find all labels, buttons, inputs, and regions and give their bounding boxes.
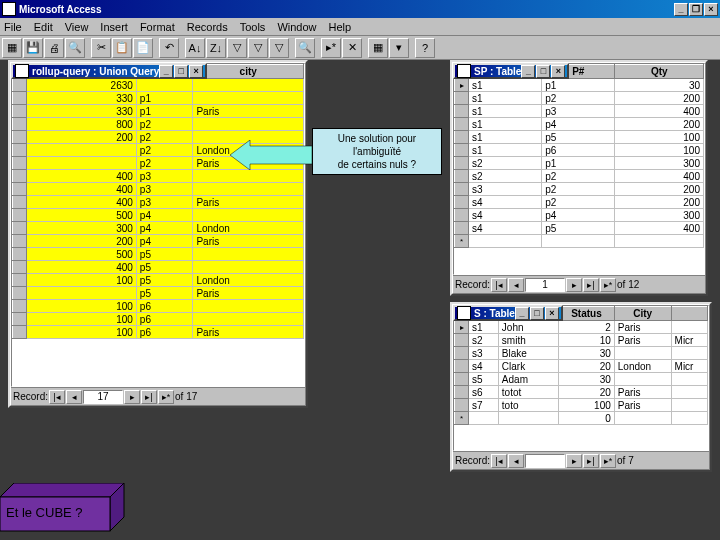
row-selector[interactable] (455, 183, 469, 196)
cell[interactable]: 100 (559, 399, 615, 412)
nav-position[interactable]: 17 (83, 390, 123, 404)
row-selector[interactable] (13, 248, 27, 261)
cell[interactable]: 2 (559, 321, 615, 334)
sp-window[interactable]: SP : Table _ □ × S#P#Qty▸s1p130s1p2200s1… (450, 60, 708, 296)
nav-next[interactable]: ▸ (124, 390, 140, 404)
restore-button[interactable]: ❐ (689, 3, 703, 16)
row-selector[interactable] (455, 196, 469, 209)
cell[interactable] (193, 261, 304, 274)
cell[interactable]: 330 (27, 92, 137, 105)
menu-edit[interactable]: Edit (34, 21, 53, 33)
cell[interactable] (469, 412, 499, 425)
row-selector[interactable] (13, 261, 27, 274)
cell[interactable]: 30 (559, 347, 615, 360)
menu-format[interactable]: Format (140, 21, 175, 33)
cell[interactable] (193, 313, 304, 326)
cell[interactable] (193, 248, 304, 261)
cell[interactable]: 200 (27, 235, 137, 248)
row-selector[interactable] (455, 386, 469, 399)
cell[interactable]: p3 (136, 196, 193, 209)
menu-records[interactable]: Records (187, 21, 228, 33)
new-object-button[interactable]: ▾ (389, 38, 409, 58)
cell[interactable] (671, 373, 707, 386)
maximize-button[interactable]: □ (530, 307, 544, 320)
cell[interactable]: p1 (542, 157, 615, 170)
cell[interactable]: p3 (542, 105, 615, 118)
database-window-button[interactable]: ▦ (368, 38, 388, 58)
minimize-button[interactable]: _ (674, 3, 688, 16)
cell[interactable]: Micr (671, 334, 707, 347)
row-selector[interactable] (13, 326, 27, 339)
cell[interactable]: 30 (559, 373, 615, 386)
s-grid[interactable]: S#SNameStatusCity▸s1John2Pariss2smith10P… (453, 305, 709, 451)
view-button[interactable]: ▦ (2, 38, 22, 58)
menu-view[interactable]: View (65, 21, 89, 33)
row-selector[interactable] (455, 399, 469, 412)
cell[interactable]: 100 (615, 144, 704, 157)
cell[interactable]: p2 (136, 157, 193, 170)
minimize-button[interactable]: _ (515, 307, 529, 320)
close-button[interactable]: × (189, 65, 203, 78)
cell[interactable]: Adam (498, 373, 558, 386)
cell[interactable]: 200 (615, 118, 704, 131)
cell[interactable]: p4 (136, 209, 193, 222)
cell[interactable]: s1 (469, 131, 542, 144)
close-button[interactable]: × (551, 65, 565, 78)
cell[interactable]: s4 (469, 360, 499, 373)
cell[interactable]: Paris (614, 399, 671, 412)
cell[interactable] (27, 144, 137, 157)
cell[interactable]: toto (498, 399, 558, 412)
row-selector[interactable] (455, 209, 469, 222)
cell[interactable]: 10 (559, 334, 615, 347)
sort-asc-button[interactable]: A↓ (185, 38, 205, 58)
cell[interactable]: 200 (27, 131, 137, 144)
row-selector[interactable]: * (455, 235, 469, 248)
cell[interactable]: 100 (27, 326, 137, 339)
cell[interactable] (469, 235, 542, 248)
remove-filter-button[interactable]: ▽ (269, 38, 289, 58)
row-selector[interactable] (455, 92, 469, 105)
cell[interactable]: p1 (136, 105, 193, 118)
cell[interactable]: 200 (615, 196, 704, 209)
nav-new[interactable]: ▸* (600, 278, 616, 292)
nav-first[interactable]: |◂ (491, 278, 507, 292)
cell[interactable] (136, 79, 193, 92)
maximize-button[interactable]: □ (174, 65, 188, 78)
row-selector[interactable] (455, 157, 469, 170)
nav-prev[interactable]: ◂ (66, 390, 82, 404)
cell[interactable]: p5 (542, 222, 615, 235)
row-selector[interactable] (13, 196, 27, 209)
cell[interactable]: p6 (136, 300, 193, 313)
row-selector[interactable] (455, 144, 469, 157)
nav-prev[interactable]: ◂ (508, 454, 524, 468)
cell[interactable]: p2 (542, 196, 615, 209)
row-selector[interactable]: ▸ (455, 79, 469, 92)
cell[interactable] (615, 235, 704, 248)
cell[interactable]: London (614, 360, 671, 373)
cell[interactable] (193, 170, 304, 183)
undo-button[interactable]: ↶ (159, 38, 179, 58)
row-selector[interactable]: ▸ (455, 321, 469, 334)
cell[interactable] (671, 386, 707, 399)
print-button[interactable]: 🖨 (44, 38, 64, 58)
row-selector[interactable] (13, 313, 27, 326)
cell[interactable]: p3 (136, 183, 193, 196)
menu-help[interactable]: Help (329, 21, 352, 33)
menu-file[interactable]: File (4, 21, 22, 33)
cell[interactable]: 300 (27, 222, 137, 235)
nav-next[interactable]: ▸ (566, 454, 582, 468)
cell[interactable]: s6 (469, 386, 499, 399)
delete-record-button[interactable]: ✕ (342, 38, 362, 58)
cell[interactable]: 500 (27, 209, 137, 222)
cell[interactable] (193, 300, 304, 313)
cell[interactable] (671, 399, 707, 412)
cell[interactable]: s7 (469, 399, 499, 412)
cell[interactable]: Paris (193, 105, 304, 118)
find-button[interactable]: 🔍 (295, 38, 315, 58)
row-selector[interactable] (13, 300, 27, 313)
nav-first[interactable]: |◂ (491, 454, 507, 468)
cell[interactable] (193, 92, 304, 105)
cell[interactable]: p5 (136, 248, 193, 261)
cell[interactable]: 500 (27, 248, 137, 261)
cell[interactable]: p5 (136, 274, 193, 287)
